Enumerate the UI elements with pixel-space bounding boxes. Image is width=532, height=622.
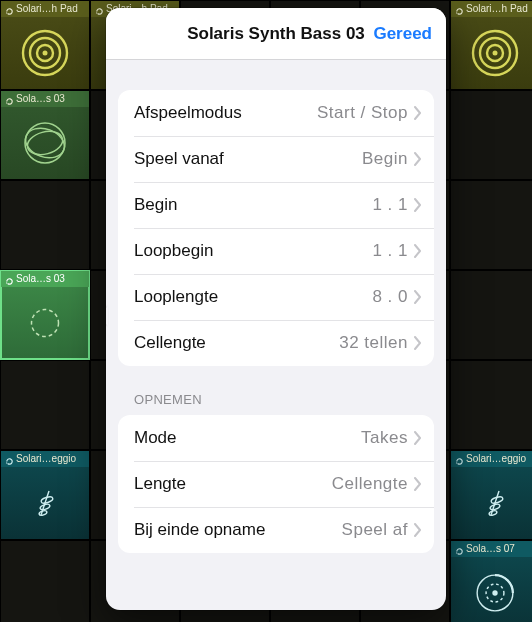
popover-body: Afspeelmodus Start / Stop Speel vanaf Be…	[106, 60, 446, 610]
grid-cell-empty[interactable]	[0, 180, 90, 270]
row-start[interactable]: Begin 1 . 1	[118, 182, 434, 228]
svg-point-19	[489, 510, 498, 516]
loop-icon	[5, 275, 14, 284]
loop-icon	[5, 455, 14, 464]
grid-cell[interactable]: Solari…eggio	[450, 450, 532, 540]
row-record-mode[interactable]: Mode Takes	[118, 415, 434, 461]
loop-icon	[5, 5, 14, 14]
cell-header: Sola…s 07	[451, 541, 532, 557]
cell-label: Solari…h Pad	[16, 1, 78, 17]
cell-header: Solari…h Pad	[1, 1, 89, 17]
row-value: Start / Stop	[317, 103, 408, 123]
grid-cell[interactable]: Solari…h Pad	[0, 0, 90, 90]
svg-point-24	[492, 590, 497, 595]
row-loop-length[interactable]: Looplengte 8 . 0	[118, 274, 434, 320]
chevron-right-icon	[414, 106, 422, 120]
cell-label: Solari…h Pad	[466, 1, 528, 17]
row-label: Begin	[134, 195, 372, 215]
svg-point-14	[25, 128, 65, 159]
cell-header: Solari…eggio	[451, 451, 532, 467]
cell-header: Solari…eggio	[1, 451, 89, 467]
svg-point-3	[43, 51, 48, 56]
grid-cell-empty[interactable]	[450, 270, 532, 360]
popover-header: Solaris Synth Bass 03 Gereed	[106, 8, 446, 60]
grid-cell[interactable]: Sola…s 03	[0, 90, 90, 180]
row-label: Cellengte	[134, 333, 339, 353]
done-button[interactable]: Gereed	[373, 8, 432, 60]
loop-icon	[95, 5, 104, 14]
grid-cell[interactable]: Solari…eggio	[0, 450, 90, 540]
row-play-mode[interactable]: Afspeelmodus Start / Stop	[118, 90, 434, 136]
svg-point-18	[40, 496, 53, 505]
grid-cell-empty[interactable]	[0, 360, 90, 450]
record-section-header: OPNEMEN	[118, 392, 434, 415]
cell-art	[1, 287, 89, 359]
row-label: Afspeelmodus	[134, 103, 317, 123]
row-label: Mode	[134, 428, 361, 448]
row-label: Speel vanaf	[134, 149, 362, 169]
cell-art	[451, 17, 532, 89]
chevron-right-icon	[414, 244, 422, 258]
cell-art	[1, 467, 89, 539]
svg-point-21	[490, 496, 503, 505]
loop-icon	[455, 5, 464, 14]
chevron-right-icon	[414, 477, 422, 491]
row-value: Cellengte	[332, 474, 408, 494]
cell-art	[451, 467, 532, 539]
cell-label: Solari…eggio	[16, 451, 76, 467]
playback-group: Afspeelmodus Start / Stop Speel vanaf Be…	[118, 90, 434, 366]
row-play-from[interactable]: Speel vanaf Begin	[118, 136, 434, 182]
row-value: 32 tellen	[339, 333, 408, 353]
grid-cell-empty[interactable]	[450, 360, 532, 450]
svg-point-15	[32, 310, 59, 337]
svg-point-17	[40, 503, 51, 510]
cell-label: Sola…s 07	[466, 541, 515, 557]
cell-settings-popover: Solaris Synth Bass 03 Gereed Afspeelmodu…	[106, 8, 446, 610]
cell-label: Solari…eggio	[466, 451, 526, 467]
loop-icon	[455, 545, 464, 554]
grid-cell[interactable]: Solari…h Pad	[450, 0, 532, 90]
svg-point-11	[493, 51, 498, 56]
grid-cell-empty[interactable]	[450, 90, 532, 180]
cell-label: Sola…s 03	[16, 271, 65, 287]
row-value: 1 . 1	[372, 241, 408, 261]
row-cell-length[interactable]: Cellengte 32 tellen	[118, 320, 434, 366]
grid-cell-empty[interactable]	[0, 540, 90, 622]
grid-cell-empty[interactable]	[450, 180, 532, 270]
chevron-right-icon	[414, 152, 422, 166]
record-group: Mode Takes Lengte Cellengte Bij einde op…	[118, 415, 434, 553]
svg-point-20	[490, 503, 501, 510]
row-label: Looplengte	[134, 287, 372, 307]
chevron-right-icon	[414, 290, 422, 304]
row-value: Begin	[362, 149, 408, 169]
chevron-right-icon	[414, 198, 422, 212]
row-record-end[interactable]: Bij einde opname Speel af	[118, 507, 434, 553]
row-loop-start[interactable]: Loopbegin 1 . 1	[118, 228, 434, 274]
row-value: 1 . 1	[372, 195, 408, 215]
row-value: Speel af	[342, 520, 408, 540]
loop-icon	[5, 95, 14, 104]
row-value: 8 . 0	[372, 287, 408, 307]
svg-point-16	[39, 510, 48, 516]
cell-art	[1, 107, 89, 179]
chevron-right-icon	[414, 523, 422, 537]
row-label: Bij einde opname	[134, 520, 342, 540]
cell-art	[1, 17, 89, 89]
chevron-right-icon	[414, 431, 422, 445]
cell-label: Sola…s 03	[16, 91, 65, 107]
cell-art	[451, 557, 532, 622]
row-label: Loopbegin	[134, 241, 372, 261]
grid-cell-selected[interactable]: Sola…s 03	[0, 270, 90, 360]
row-label: Lengte	[134, 474, 332, 494]
chevron-right-icon	[414, 336, 422, 350]
grid-cell[interactable]: Sola…s 07	[450, 540, 532, 622]
cell-header: Sola…s 03	[1, 271, 89, 287]
loop-icon	[455, 455, 464, 464]
row-record-length[interactable]: Lengte Cellengte	[118, 461, 434, 507]
row-value: Takes	[361, 428, 408, 448]
cell-header: Sola…s 03	[1, 91, 89, 107]
popover-title: Solaris Synth Bass 03	[187, 24, 365, 44]
cell-header: Solari…h Pad	[451, 1, 532, 17]
